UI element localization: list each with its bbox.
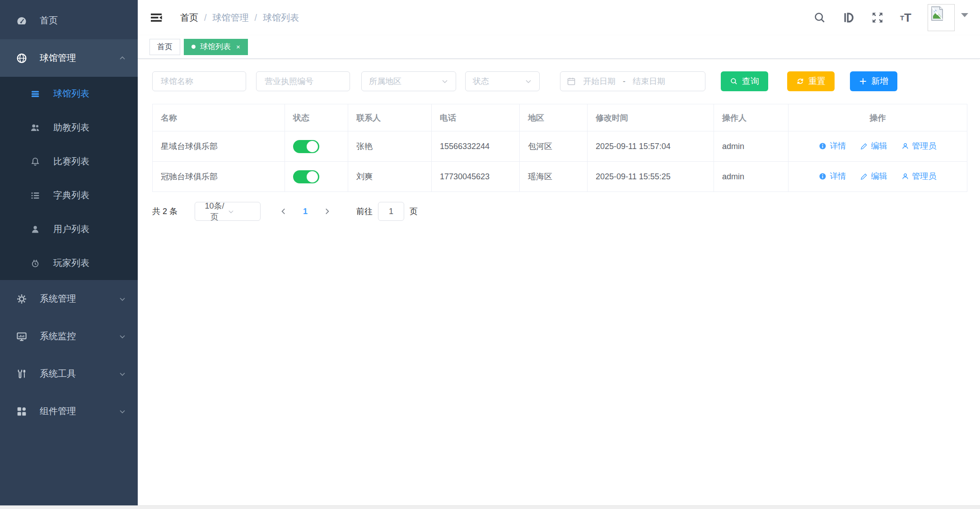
chevron-down-icon — [441, 78, 448, 85]
sidebar-item-label: 助教列表 — [53, 121, 89, 134]
list-bars-icon — [29, 89, 42, 99]
components-icon — [15, 406, 28, 417]
detail-link-label: 详情 — [830, 140, 846, 151]
sidebar-item-player-list[interactable]: 玩家列表 — [0, 246, 138, 280]
filter-bar: 所属地区 状态 开始日期 - 结束日期 — [152, 71, 967, 91]
person-icon — [901, 173, 909, 180]
search-icon[interactable] — [813, 11, 826, 24]
chevron-down-icon — [119, 295, 126, 303]
goto-page-input[interactable] — [378, 202, 404, 221]
breadcrumb-separator: / — [255, 13, 257, 23]
sidebar-item-label: 比赛列表 — [53, 155, 89, 168]
sidebar-item-label: 球馆管理 — [40, 52, 76, 64]
gear-icon — [15, 294, 28, 304]
font-size-icon[interactable]: TT — [900, 11, 911, 25]
cell-status — [285, 162, 348, 192]
search-button[interactable]: 查询 — [721, 71, 768, 91]
caret-down-icon — [961, 13, 968, 17]
sidebar-item-system-monitor[interactable]: 系统监控 — [0, 318, 138, 355]
calendar-icon — [567, 77, 576, 86]
status-select[interactable]: 状态 — [465, 71, 540, 91]
cell-contact: 张艳 — [348, 131, 432, 162]
admin-link[interactable]: 管理员 — [901, 171, 937, 182]
admin-link[interactable]: 管理员 — [901, 140, 937, 151]
tab-venue-list[interactable]: 球馆列表 × — [184, 39, 248, 55]
goto-label: 前往 — [356, 206, 373, 217]
docs-icon[interactable] — [842, 11, 855, 24]
dict-list-icon — [29, 191, 42, 201]
prev-page-button[interactable] — [276, 207, 291, 215]
status-toggle-on[interactable] — [293, 140, 319, 153]
sidebar-item-venue-list[interactable]: 球馆列表 — [0, 77, 138, 111]
horizontal-scrollbar[interactable] — [0, 505, 980, 509]
sidebar-item-system-tools[interactable]: 系统工具 — [0, 355, 138, 392]
tab-home[interactable]: 首页 — [149, 39, 180, 55]
sidebar-item-label: 字典列表 — [53, 189, 89, 201]
fullscreen-icon[interactable] — [871, 11, 884, 24]
active-tab-dot — [191, 45, 196, 49]
sidebar-item-label: 系统工具 — [40, 368, 76, 380]
sidebar-item-home[interactable]: 首页 — [0, 2, 138, 39]
col-header-status: 状态 — [285, 104, 348, 131]
sidebar-item-assistant-list[interactable]: 助教列表 — [0, 111, 138, 145]
chevron-down-icon — [525, 78, 532, 85]
sidebar-item-venue-management[interactable]: 球馆管理 — [0, 39, 138, 77]
cell-region: 瑶海区 — [520, 162, 588, 192]
date-range-picker[interactable]: 开始日期 - 结束日期 — [560, 71, 705, 91]
region-select[interactable]: 所属地区 — [361, 71, 456, 91]
globe-icon — [15, 53, 28, 64]
detail-link[interactable]: 详情 — [819, 140, 846, 151]
edit-pencil-icon — [860, 173, 868, 180]
edit-link[interactable]: 编辑 — [860, 140, 887, 151]
table-body: 星域台球俱乐部 张艳 15566332244 包河区 2025-09-11 15… — [153, 131, 967, 192]
info-icon — [819, 173, 826, 180]
cell-phone: 15566332244 — [432, 131, 520, 162]
chevron-down-icon — [119, 370, 126, 378]
add-button[interactable]: 新增 — [850, 71, 897, 91]
breadcrumb-venue-list[interactable]: 球馆列表 — [263, 12, 299, 24]
detail-link[interactable]: 详情 — [819, 171, 846, 182]
region-select-placeholder: 所属地区 — [369, 76, 441, 87]
person-icon — [901, 142, 909, 150]
page-size-value: 10条/页 — [201, 201, 228, 222]
col-header-contact: 联系人 — [348, 104, 432, 131]
license-number-input[interactable] — [256, 71, 350, 91]
sidebar-item-system-management[interactable]: 系统管理 — [0, 280, 138, 318]
sidebar: 首页 球馆管理 球馆列表 助教列表 比赛列表 — [0, 0, 138, 505]
page-size-select[interactable]: 10条/页 — [195, 202, 261, 221]
col-header-region: 地区 — [520, 104, 588, 131]
cell-operator: admin — [714, 131, 789, 162]
breadcrumb: 首页 / 球馆管理 / 球馆列表 — [180, 12, 299, 24]
collapse-sidebar-button[interactable] — [149, 11, 163, 24]
table-header-row: 名称 状态 联系人 电话 地区 修改时间 操作人 操作 — [153, 104, 967, 131]
sidebar-item-user-list[interactable]: 用户列表 — [0, 212, 138, 246]
venue-name-input[interactable] — [152, 71, 246, 91]
reset-button[interactable]: 重置 — [787, 71, 835, 91]
breadcrumb-venue-management[interactable]: 球馆管理 — [213, 12, 249, 24]
current-page[interactable]: 1 — [291, 207, 319, 216]
cell-status — [285, 131, 348, 162]
edit-link[interactable]: 编辑 — [860, 171, 887, 182]
end-date-placeholder: 结束日期 — [633, 76, 665, 87]
venue-table: 名称 状态 联系人 电话 地区 修改时间 操作人 操作 星域台球俱乐部 张艳 1… — [152, 104, 967, 192]
main-area: 首页 / 球馆管理 / 球馆列表 TT — [138, 0, 980, 221]
reset-button-label: 重置 — [808, 75, 826, 87]
close-tab-icon[interactable]: × — [236, 43, 240, 50]
detail-link-label: 详情 — [830, 171, 846, 182]
breadcrumb-home[interactable]: 首页 — [180, 12, 198, 24]
refresh-icon — [796, 77, 804, 85]
sidebar-item-match-list[interactable]: 比赛列表 — [0, 145, 138, 178]
chevron-down-icon — [119, 333, 126, 340]
search-icon — [730, 77, 738, 85]
sidebar-item-component-management[interactable]: 组件管理 — [0, 392, 138, 430]
status-toggle-on[interactable] — [293, 170, 319, 183]
sidebar-item-label: 组件管理 — [40, 405, 76, 417]
table-row: 星域台球俱乐部 张艳 15566332244 包河区 2025-09-11 15… — [153, 131, 967, 162]
sidebar-item-dict-list[interactable]: 字典列表 — [0, 178, 138, 212]
cell-contact: 刘爽 — [348, 162, 432, 192]
avatar-dropdown[interactable] — [928, 4, 968, 31]
pagination: 共 2 条 10条/页 1 前往 页 — [152, 202, 967, 221]
cell-modified-time: 2025-09-11 15:55:25 — [588, 162, 714, 192]
next-page-button[interactable] — [319, 207, 335, 215]
start-date-placeholder: 开始日期 — [583, 76, 616, 87]
